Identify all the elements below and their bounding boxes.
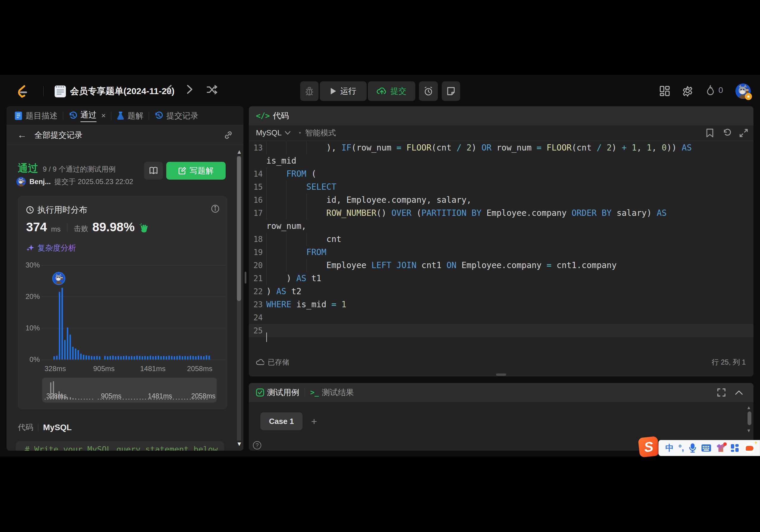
line-number: 15	[249, 183, 263, 191]
code-line[interactable]: 17 ROW_NUMBER() OVER (PARTITION BY Emplo…	[249, 207, 753, 220]
chart-bar	[123, 356, 124, 360]
code-line[interactable]: 16 id, Employee.company, salary,	[249, 194, 753, 207]
sparkle-icon	[26, 244, 34, 252]
brush-bar	[173, 399, 174, 400]
text-cursor	[266, 332, 267, 342]
ime-lang-toggle[interactable]: 中	[665, 442, 674, 454]
scroll-up-arrow[interactable]: ▲	[746, 405, 751, 410]
left-scrollbar-thumb[interactable]	[237, 156, 241, 301]
problem-list-link[interactable]: 会员专享题单(2024-11-20)	[54, 84, 174, 98]
skin-icon[interactable]	[716, 444, 726, 453]
code-line[interactable]: 13 ), IF(row_num = FLOOR(cnt / 2) OR row…	[249, 141, 753, 154]
tab-label: 题解	[127, 111, 143, 121]
code-editor[interactable]: 13 ), IF(row_num = FLOOR(cnt / 2) OR row…	[249, 141, 753, 337]
scroll-down-arrow[interactable]: ▼	[236, 441, 242, 447]
code-token: SELECT	[307, 182, 336, 192]
line-number: 18	[249, 235, 263, 244]
shuffle-button[interactable]	[207, 85, 217, 94]
cursor-position[interactable]: 行 25, 列 1	[712, 358, 746, 367]
tab-submissions[interactable]: 提交记录	[154, 111, 198, 121]
code-token: FLOOR	[546, 143, 571, 153]
timer-button[interactable]	[419, 81, 438, 101]
link-icon[interactable]	[224, 131, 233, 139]
tab-testcase[interactable]: 测试用例	[256, 387, 299, 398]
code-line[interactable]: row_num,	[249, 220, 753, 233]
reset-code-icon[interactable]	[723, 128, 732, 137]
code-line[interactable]: 22) AS t2	[249, 285, 753, 298]
fullscreen-icon[interactable]	[717, 388, 726, 397]
microphone-icon[interactable]	[689, 443, 696, 453]
run-button[interactable]: 运行	[320, 81, 367, 101]
submit-button[interactable]: 提交	[368, 81, 415, 101]
code-line[interactable]: 23WHERE is_mid = 1	[249, 298, 753, 311]
info-icon[interactable]	[211, 204, 220, 213]
ime-menu-grid-icon[interactable]	[730, 444, 739, 453]
code-line[interactable]: 25	[249, 324, 753, 337]
case-1-tab[interactable]: Case 1	[261, 412, 303, 430]
code-line[interactable]: 15 SELECT	[249, 180, 753, 194]
prev-problem-button[interactable]	[165, 84, 173, 94]
code-line[interactable]: 24	[249, 311, 753, 324]
scroll-down-arrow[interactable]: ▼	[746, 428, 751, 433]
view-solutions-button[interactable]	[144, 162, 163, 180]
help-icon[interactable]: ?	[253, 441, 261, 450]
leetcode-logo[interactable]	[14, 84, 29, 99]
keyboard-icon[interactable]	[701, 444, 711, 452]
brush-bar	[86, 399, 88, 400]
tab-divider	[305, 388, 305, 397]
language-select[interactable]: MySQL	[256, 128, 282, 137]
next-problem-button[interactable]	[186, 84, 194, 94]
ime-punctuation-toggle[interactable]: °,	[678, 443, 684, 453]
close-tab-icon[interactable]: ×	[101, 111, 106, 120]
tab-test-result[interactable]: >_ 测试结果	[310, 387, 354, 398]
panel-resize-handle-horizontal[interactable]	[496, 373, 506, 376]
chevron-down-icon[interactable]	[285, 131, 291, 135]
scroll-up-arrow[interactable]: ▲	[236, 148, 242, 155]
tab-label: 测试用例	[267, 387, 299, 398]
streak-flame[interactable]: 0	[706, 85, 723, 96]
settings-button[interactable]	[682, 85, 693, 97]
chart-brush[interactable]: 328ms905ms1481ms2058ms	[42, 378, 217, 403]
code-line[interactable]: 14 FROM (	[249, 168, 753, 180]
brush-bar	[125, 399, 127, 400]
code-token: is_mid	[266, 156, 296, 166]
my-submission-marker[interactable]	[52, 272, 65, 285]
debug-button[interactable]	[300, 81, 318, 101]
tab-problem-description[interactable]: 题目描述	[14, 111, 58, 121]
ime-mascot-icon[interactable]	[744, 442, 756, 454]
panel-resize-handle-vertical[interactable]	[245, 272, 246, 283]
user-avatar[interactable]: ★	[736, 83, 751, 99]
code-line[interactable]: 18 cnt	[249, 233, 753, 246]
tab-accepted[interactable]: 通过 ×	[69, 110, 106, 122]
line-number: 25	[249, 326, 263, 335]
chart-bar	[200, 356, 202, 360]
back-arrow-icon[interactable]: ←	[17, 129, 27, 140]
smart-mode-label[interactable]: 智能模式	[305, 128, 336, 138]
code-line[interactable]: 19 FROM	[249, 246, 753, 259]
brush-bar	[128, 399, 129, 400]
submitted-code-snippet[interactable]: # Write your MySQL query statement below	[16, 441, 224, 451]
add-case-button[interactable]: +	[308, 412, 321, 430]
notes-button[interactable]	[442, 81, 460, 101]
ime-toolbar[interactable]: 中 °,	[658, 440, 760, 456]
write-solution-button[interactable]: 写题解	[166, 162, 226, 180]
code-line[interactable]: 21 ) AS t1	[249, 272, 753, 285]
collapse-panel-icon[interactable]	[735, 390, 743, 395]
indent-guide	[266, 168, 266, 180]
code-token: AS	[296, 273, 307, 283]
code-line[interactable]: 20 Employee LEFT JOIN cnt1 ON Employee.c…	[249, 259, 753, 272]
tab-code[interactable]: </> 代码	[256, 111, 289, 121]
all-submissions-title: 全部提交记录	[34, 130, 82, 140]
chart-bar	[206, 355, 207, 360]
code-line[interactable]: is_mid	[249, 154, 753, 168]
chart-bar	[160, 356, 162, 360]
complexity-analysis-link[interactable]: 复杂度分析	[26, 243, 76, 253]
code-token: =	[396, 143, 402, 153]
test-scrollbar-thumb[interactable]	[747, 411, 751, 425]
layout-switcher-button[interactable]	[659, 85, 670, 96]
chart-bar	[168, 356, 170, 360]
bookmark-icon[interactable]	[706, 128, 714, 137]
sogou-logo[interactable]: S	[638, 436, 660, 458]
tab-solutions[interactable]: 题解	[117, 111, 143, 121]
expand-editor-icon[interactable]	[739, 128, 748, 137]
